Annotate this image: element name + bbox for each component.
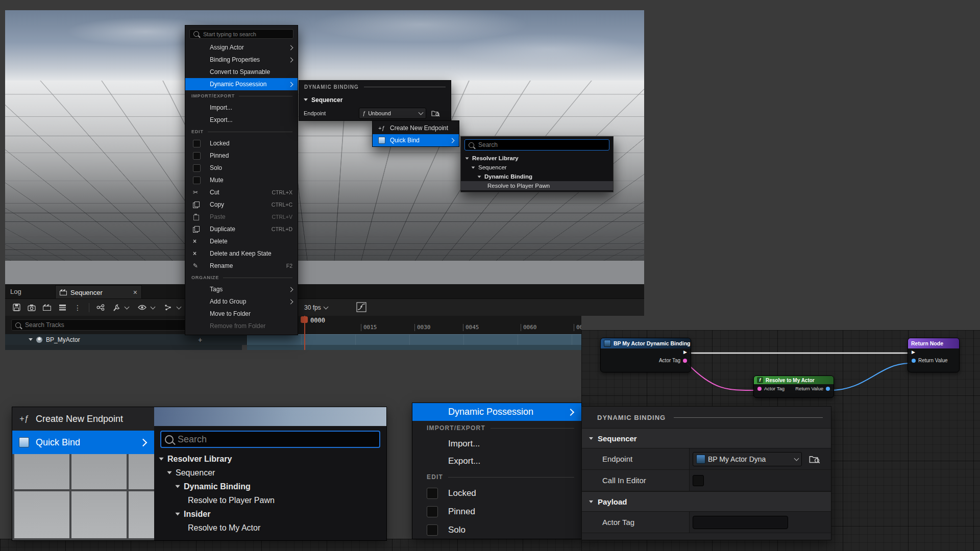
menu-item-duplicate[interactable]: DuplicateCTRL+D — [185, 223, 298, 235]
mute-checkbox[interactable] — [193, 177, 201, 184]
menu-item-binding-properties[interactable]: Binding Properties — [185, 54, 298, 66]
save-button[interactable] — [10, 302, 22, 313]
menu-item-quick-bind[interactable]: Quick Bind — [373, 134, 459, 146]
actor-tag-input[interactable] — [693, 516, 788, 529]
menu-item-create-new-endpoint[interactable]: +ƒ Create New Endpoint — [12, 407, 154, 431]
pinned-checkbox[interactable] — [193, 152, 201, 160]
menu-item-locked[interactable]: Locked — [412, 484, 581, 503]
caret-down-icon[interactable] — [167, 471, 172, 474]
quick-bind-search-input[interactable] — [177, 434, 376, 445]
object-pin-icon[interactable] — [826, 387, 830, 391]
menu-item-tags[interactable]: Tags — [185, 283, 298, 295]
pinned-checkbox[interactable] — [427, 506, 438, 517]
name-pin-icon[interactable] — [683, 359, 687, 363]
tree-item-sequencer[interactable]: Sequencer — [154, 466, 386, 480]
tree-item-dynamic-binding[interactable]: Dynamic Binding — [154, 480, 386, 493]
node-return[interactable]: Return Node ▶ Return Value — [908, 338, 960, 372]
menu-item-solo[interactable]: Solo — [412, 521, 581, 539]
track-bp-myactor[interactable]: BP_MyActor + — [5, 334, 247, 345]
menu-item-move-to-folder[interactable]: Move to Folder — [185, 308, 298, 320]
caret-down-icon[interactable] — [465, 157, 469, 159]
binding-sequencer-section[interactable]: Sequencer — [299, 93, 451, 106]
caret-down-icon[interactable] — [175, 485, 180, 488]
menu-item-mute[interactable]: Mute — [185, 174, 298, 186]
view-options-chevron-icon[interactable] — [151, 304, 156, 309]
add-track-button[interactable]: + — [198, 334, 202, 345]
tree-item-dynamic-binding[interactable]: Dynamic Binding — [461, 172, 613, 181]
details-section-payload[interactable]: Payload — [582, 491, 831, 512]
solo-checkbox[interactable] — [427, 524, 438, 536]
actions-dropdown-chevron-icon[interactable] — [125, 304, 130, 309]
sequence-hierarchy-button[interactable] — [56, 302, 68, 313]
track-expand-caret-icon[interactable] — [29, 338, 33, 341]
caret-down-icon[interactable] — [175, 513, 180, 516]
actor-tag-out-pin[interactable]: Actor Tag — [601, 356, 691, 365]
call-in-editor-checkbox[interactable] — [693, 475, 704, 486]
menu-item-dynamic-possession[interactable]: Dynamic Possession — [412, 403, 581, 421]
tab-sequencer[interactable]: Sequencer × — [55, 285, 142, 299]
node-binding-header[interactable]: BP My Actor Dynamic Binding 1 — [601, 338, 691, 348]
return-value-out-pin[interactable]: Return Value — [795, 386, 830, 391]
quick-bind-search-box[interactable] — [464, 139, 609, 151]
tree-item-insider[interactable]: Insider — [154, 507, 386, 521]
node-binding[interactable]: BP My Actor Dynamic Binding 1 ▶ Actor Ta… — [600, 338, 691, 372]
view-options-eye-button[interactable] — [136, 302, 148, 313]
node-resolve-to-my-actor[interactable]: f Resolve to My Actor Actor Tag Return V… — [753, 375, 834, 398]
menu-search-input[interactable] — [202, 31, 289, 38]
object-pin-icon[interactable] — [912, 359, 916, 363]
caret-down-icon[interactable] — [472, 166, 475, 168]
menu-item-locked[interactable]: Locked — [185, 137, 298, 149]
caret-down-icon[interactable] — [159, 458, 163, 461]
fps-dropdown[interactable]: 30 fps — [304, 299, 328, 316]
menu-item-pinned[interactable]: Pinned — [412, 503, 581, 521]
menu-item-cut[interactable]: ✂CutCTRL+X — [185, 186, 298, 198]
menu-item-copy[interactable]: CopyCTRL+C — [185, 198, 298, 211]
tree-item-sequencer[interactable]: Sequencer — [461, 163, 613, 172]
solo-checkbox[interactable] — [193, 164, 201, 172]
exec-out-pin[interactable]: ▶ — [601, 348, 691, 356]
name-pin-icon[interactable] — [757, 387, 762, 391]
locked-checkbox[interactable] — [427, 488, 438, 499]
menu-item-convert-to-spawnable[interactable]: Convert to Spawnable — [185, 66, 298, 78]
subtrack-bar[interactable] — [247, 345, 581, 350]
menu-item-delete[interactable]: ×Delete — [185, 235, 298, 247]
more-options-kebab-icon[interactable]: ⋮ — [71, 302, 84, 313]
tab-close-icon[interactable]: × — [133, 289, 137, 296]
menu-item-create-new-endpoint[interactable]: +ƒ Create New Endpoint — [373, 122, 459, 134]
exec-in-pin[interactable]: ▶ — [908, 348, 959, 356]
menu-item-export[interactable]: Export... — [185, 114, 298, 126]
node-resolver-header[interactable]: f Resolve to My Actor — [754, 376, 834, 384]
tree-item-resolve-to-my-actor[interactable]: Resolve to My Actor — [154, 521, 386, 535]
tab-log[interactable]: Log — [10, 288, 21, 295]
camera-button[interactable] — [26, 302, 38, 313]
tree-item-resolve-to-player-pawn[interactable]: Resolve to Player Pawn — [154, 493, 386, 507]
menu-search-box[interactable] — [189, 29, 293, 39]
locked-checkbox[interactable] — [193, 140, 201, 147]
browse-asset-icon[interactable] — [809, 455, 820, 464]
tree-item-resolver-library[interactable]: Resolver Library — [154, 452, 386, 466]
render-movie-button[interactable] — [41, 302, 53, 313]
bindings-button[interactable] — [94, 302, 107, 313]
playback-options-chevron-icon[interactable] — [177, 304, 182, 309]
menu-item-solo[interactable]: Solo — [185, 162, 298, 174]
menu-item-add-to-group[interactable]: Add to Group — [185, 295, 298, 308]
details-section-sequencer[interactable]: Sequencer — [582, 428, 831, 448]
endpoint-dropdown[interactable]: BP My Actor Dyna — [693, 452, 802, 466]
menu-item-delete-keep-state[interactable]: ×Delete and Keep State — [185, 247, 298, 260]
menu-item-quick-bind[interactable]: Quick Bind — [12, 431, 154, 454]
node-return-header[interactable]: Return Node — [908, 338, 959, 348]
menu-item-dynamic-possession[interactable]: Dynamic Possession — [185, 78, 298, 90]
track-timeline-bar[interactable] — [247, 334, 581, 345]
endpoint-dropdown[interactable]: ƒ Unbound — [359, 108, 426, 119]
return-value-in-pin[interactable]: Return Value — [908, 356, 959, 365]
menu-item-assign-actor[interactable]: Assign Actor — [185, 41, 298, 54]
curve-editor-icon[interactable] — [356, 302, 366, 312]
menu-item-import[interactable]: Import... — [185, 102, 298, 114]
quick-bind-search-box[interactable] — [160, 431, 380, 448]
playhead-marker[interactable] — [301, 316, 308, 323]
caret-down-icon[interactable] — [478, 176, 481, 178]
actor-tag-in-pin[interactable]: Actor Tag — [757, 386, 785, 391]
menu-item-pinned[interactable]: Pinned — [185, 149, 298, 162]
menu-item-import[interactable]: Import... — [412, 435, 581, 453]
quick-bind-search-input[interactable] — [477, 141, 605, 149]
